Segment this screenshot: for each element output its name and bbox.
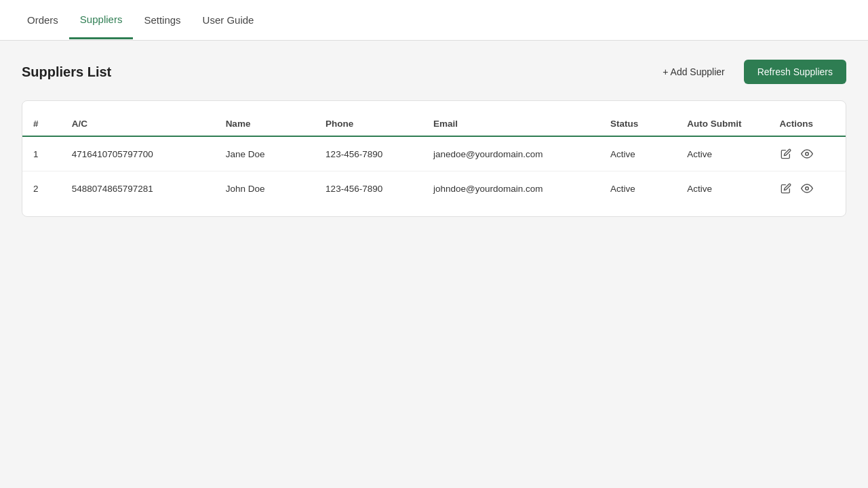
table-row: 1 4716410705797700 Jane Doe 123-456-7890… [22,136,846,171]
nav-item-user-guide[interactable]: User Guide [192,2,265,38]
view-button[interactable] [800,181,814,196]
cell-ac: 4716410705797700 [61,136,215,171]
nav-bar: Orders Suppliers Settings User Guide [0,0,868,41]
page-content: Suppliers List + Add Supplier Refresh Su… [0,41,868,236]
action-icons [779,146,835,161]
nav-item-orders[interactable]: Orders [16,2,69,38]
page-header: Suppliers List + Add Supplier Refresh Su… [22,60,846,84]
cell-name: Jane Doe [215,136,315,171]
pencil-icon [781,183,791,194]
col-header-name: Name [215,112,315,136]
refresh-suppliers-button[interactable]: Refresh Suppliers [744,60,846,84]
cell-status: Active [599,136,676,171]
col-header-ac: A/C [61,112,215,136]
cell-num: 2 [22,171,61,206]
table-header-row: # A/C Name Phone Email Status Auto Submi… [22,112,846,136]
col-header-num: # [22,112,61,136]
cell-email: johndoe@yourdomain.com [422,171,599,206]
table-row: 2 5488074865797281 John Doe 123-456-7890… [22,171,846,206]
suppliers-table: # A/C Name Phone Email Status Auto Submi… [22,112,846,205]
eye-icon [801,182,813,195]
nav-item-settings[interactable]: Settings [133,2,191,38]
page-title: Suppliers List [22,64,111,80]
cell-ac: 5488074865797281 [61,171,215,206]
col-header-autosubmit: Auto Submit [676,112,768,136]
action-icons [779,181,835,196]
col-header-actions: Actions [768,112,846,136]
cell-actions [768,136,846,171]
header-actions: + Add Supplier Refresh Suppliers [654,60,846,84]
col-header-status: Status [599,112,676,136]
add-supplier-button[interactable]: + Add Supplier [654,61,732,83]
cell-num: 1 [22,136,61,171]
view-button[interactable] [800,146,814,161]
cell-name: John Doe [215,171,315,206]
eye-icon [801,148,813,160]
edit-button[interactable] [779,182,793,195]
pencil-icon [781,148,791,159]
suppliers-table-card: # A/C Name Phone Email Status Auto Submi… [22,100,846,217]
svg-point-1 [806,187,809,190]
cell-phone: 123-456-7890 [315,171,422,206]
col-header-email: Email [422,112,599,136]
cell-status: Active [599,171,676,206]
cell-auto-submit: Active [676,136,768,171]
svg-point-0 [806,152,809,156]
cell-actions [768,171,846,206]
edit-button[interactable] [779,147,793,161]
col-header-phone: Phone [315,112,422,136]
cell-phone: 123-456-7890 [315,136,422,171]
cell-auto-submit: Active [676,171,768,206]
cell-email: janedoe@yourdomain.com [422,136,599,171]
nav-item-suppliers[interactable]: Suppliers [69,1,134,39]
